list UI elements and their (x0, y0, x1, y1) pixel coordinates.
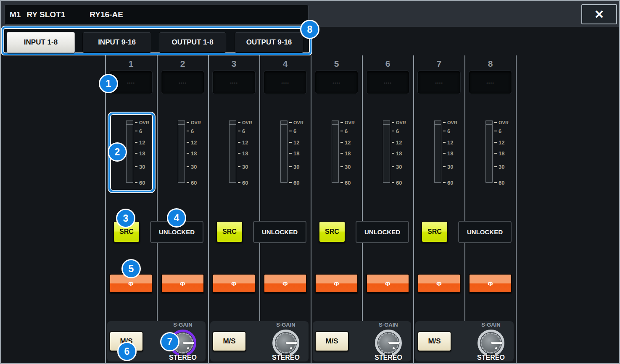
ms-decode-button[interactable]: M/S (315, 331, 349, 351)
slot-name: RY SLOT1 (26, 10, 65, 19)
channel-pair-controls: SRC UNLOCKED M/S S-GAIN STEREO (413, 55, 516, 363)
src-status-indicator: UNLOCKED (356, 221, 409, 243)
ry-slot-popup-window: M1 RY SLOT1 RY16-AE ✕ INPUT 1-8 INPUT 9-… (0, 0, 620, 364)
pair-bottom-panel: M/S S-GAIN STEREO (415, 321, 514, 361)
tab-bar-highlight-outline: INPUT 1-8 INPUT 9-16 OUTPUT 1-8 OUTPUT 9… (2, 26, 311, 55)
sgain-knob[interactable] (375, 330, 402, 356)
src-button[interactable]: SRC (421, 221, 448, 243)
ms-decode-button[interactable]: M/S (417, 331, 451, 351)
callout-6-ms-button: 6 (117, 342, 137, 361)
callout-8-tab-bar: 8 (300, 20, 319, 39)
callout-3-src-button: 3 (116, 209, 135, 228)
src-status-indicator: UNLOCKED (253, 221, 306, 243)
stereo-mode-label: STEREO (359, 354, 418, 361)
knob-dot (495, 347, 497, 349)
knob-dot (290, 347, 292, 349)
callout-4-src-status: 4 (167, 208, 186, 228)
stereo-mode-label: STEREO (153, 354, 212, 361)
stereo-mode-label: STEREO (462, 354, 520, 361)
sgain-knob[interactable] (478, 330, 504, 356)
pair-bottom-panel: M/S S-GAIN STEREO (313, 321, 411, 361)
callout-1-port-display: 1 (99, 74, 118, 93)
callout-7-sgain-knob: 7 (160, 332, 179, 351)
channel-pair-controls: SRC UNLOCKED M/S S-GAIN STEREO (208, 55, 311, 363)
tab-input-9-16[interactable]: INPUT 9-16 (82, 32, 151, 53)
callout-5-phase-button: 5 (121, 259, 141, 278)
close-button[interactable]: ✕ (581, 4, 617, 24)
close-icon: ✕ (594, 8, 604, 21)
title-display: M1 RY SLOT1 RY16-AE (4, 5, 309, 25)
channel-pair-controls: SRC UNLOCKED M/S S-GAIN STEREO (311, 55, 413, 363)
callout-2-level-meter: 2 (108, 142, 127, 162)
src-status-indicator: UNLOCKED (458, 221, 512, 243)
sgain-label: S-GAIN (153, 322, 212, 328)
tab-output-9-16[interactable]: OUTPUT 9-16 (235, 32, 303, 53)
card-name: RY16-AE (90, 10, 123, 19)
channel-pair-controls: SRC UNLOCKED M/S S-GAIN STEREO (105, 55, 208, 363)
tab-input-1-8[interactable]: INPUT 1-8 (7, 32, 75, 53)
knob-pointer (183, 342, 194, 344)
stereo-mode-label: STEREO (256, 354, 315, 361)
knob-pointer (286, 342, 297, 344)
sgain-label: S-GAIN (462, 322, 520, 328)
knob-dot (393, 347, 395, 349)
src-button[interactable]: SRC (319, 221, 346, 243)
knob-dot (187, 347, 189, 349)
sgain-knob[interactable] (272, 330, 299, 356)
sgain-label: S-GAIN (359, 322, 418, 328)
sgain-label: S-GAIN (256, 322, 315, 328)
knob-pointer (491, 342, 502, 344)
pair-bottom-panel: M/S S-GAIN STEREO (210, 321, 309, 361)
tab-output-1-8[interactable]: OUTPUT 1-8 (159, 32, 226, 53)
src-button[interactable]: SRC (216, 221, 243, 243)
ms-decode-button[interactable]: M/S (212, 331, 246, 351)
knob-pointer (388, 342, 400, 344)
bay-badge: M1 (10, 10, 21, 19)
channel-grid: 1 ---- OVR 6 12 18 30 60 Φ 2 ---- OVR 6 (1, 55, 620, 363)
